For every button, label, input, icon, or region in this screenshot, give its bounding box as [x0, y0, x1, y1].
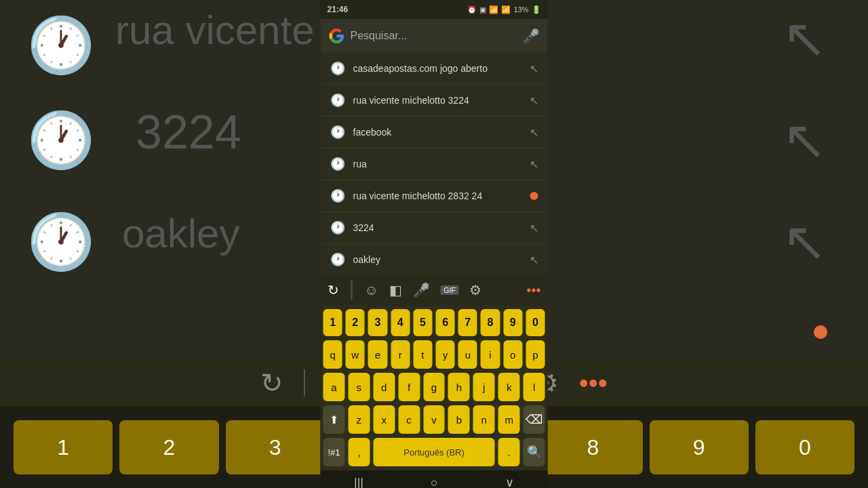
- suggestion-item-6[interactable]: 🕐 3224 ↖: [321, 212, 548, 244]
- key-r[interactable]: r: [391, 340, 410, 369]
- bg-icon-refresh: ↻: [260, 367, 283, 399]
- key-7[interactable]: 7: [458, 309, 477, 336]
- kb-icon-refresh[interactable]: ↻: [328, 282, 339, 298]
- orange-dot-indicator: [530, 192, 538, 200]
- key-o[interactable]: o: [503, 340, 522, 369]
- kb-icon-sticker[interactable]: ◧: [389, 282, 402, 298]
- bg-arrow-1: ↖: [782, 7, 827, 70]
- kb-icon-more[interactable]: •••: [526, 283, 540, 298]
- key-m[interactable]: m: [498, 405, 520, 434]
- bg-clock-2: 🕐: [27, 108, 95, 172]
- bg-key-2: 2: [119, 420, 218, 474]
- key-search[interactable]: 🔍: [524, 438, 545, 466]
- key-shift[interactable]: ⬆: [323, 405, 345, 434]
- status-bar: 21:46 ⏰ ▣ 📶 📶 13% 🔋: [321, 0, 548, 19]
- suggestion-item-5[interactable]: 🕐 rua vicente michelotto 2832 24: [321, 180, 548, 212]
- suggestion-item-1[interactable]: 🕐 casadeapostas.com jogo aberto ↖: [321, 53, 548, 85]
- google-logo: [329, 28, 345, 44]
- key-1[interactable]: 1: [323, 309, 342, 336]
- key-j[interactable]: j: [473, 373, 495, 401]
- arrow-icon-7: ↖: [530, 253, 538, 266]
- key-special[interactable]: !#1: [323, 438, 345, 466]
- suggestion-text-2: rua vicente michelotto 3224: [353, 95, 521, 106]
- suggestion-text-3: facebook: [353, 127, 521, 138]
- key-e[interactable]: e: [368, 340, 387, 369]
- keyboard: 1 2 3 4 5 6 7 8 9 0 q w e r t y u i o p …: [321, 305, 548, 470]
- nav-back-icon[interactable]: |||: [354, 476, 363, 489]
- key-s[interactable]: s: [348, 373, 370, 401]
- bg-key-0: 0: [755, 420, 854, 474]
- key-comma[interactable]: ,: [349, 438, 370, 466]
- key-2[interactable]: 2: [346, 309, 365, 336]
- key-t[interactable]: t: [413, 340, 432, 369]
- key-4[interactable]: 4: [391, 309, 410, 336]
- suggestion-item-7[interactable]: 🕐 oakley ↖: [321, 244, 548, 275]
- history-icon-6: 🕐: [330, 220, 345, 235]
- arrow-icon-6: ↖: [530, 222, 538, 235]
- key-z[interactable]: z: [348, 405, 370, 434]
- history-icon-3: 🕐: [330, 125, 345, 140]
- keyboard-toolbar: ↻ ☺ ◧ 🎤 GIF ⚙ •••: [321, 275, 548, 305]
- bg-arrow-3: ↖: [782, 210, 827, 273]
- key-space[interactable]: Português (BR): [374, 438, 495, 466]
- key-5[interactable]: 5: [413, 309, 432, 336]
- key-h[interactable]: h: [448, 373, 470, 401]
- wifi-icon: 📶: [489, 5, 498, 14]
- suggestion-text-1: casadeapostas.com jogo aberto: [353, 63, 521, 74]
- key-d[interactable]: d: [373, 373, 395, 401]
- battery-text: 13%: [513, 5, 528, 14]
- bg-key-3: 3: [226, 420, 325, 474]
- key-backspace[interactable]: ⌫: [524, 405, 545, 434]
- key-c[interactable]: c: [398, 405, 420, 434]
- nav-recent-icon[interactable]: ∨: [505, 475, 514, 488]
- nav-home-icon[interactable]: ○: [431, 476, 438, 489]
- key-p[interactable]: p: [526, 340, 545, 369]
- suggestion-text-6: 3224: [353, 222, 521, 233]
- key-v[interactable]: v: [423, 405, 445, 434]
- key-b[interactable]: b: [448, 405, 470, 434]
- kb-icon-mic[interactable]: 🎤: [413, 282, 430, 298]
- key-g[interactable]: g: [423, 373, 445, 401]
- suggestion-item-2[interactable]: 🕐 rua vicente michelotto 3224 ↖: [321, 85, 548, 117]
- history-icon-4: 🕐: [330, 157, 345, 171]
- search-bar[interactable]: Pesquisar... 🎤: [321, 19, 548, 53]
- key-3[interactable]: 3: [368, 309, 387, 336]
- phone-frame: 21:46 ⏰ ▣ 📶 📶 13% 🔋 Pesquisar... 🎤 🕐 cas…: [321, 0, 548, 488]
- arrow-icon-3: ↖: [530, 126, 538, 139]
- key-f[interactable]: f: [398, 373, 420, 401]
- kb-row-bottom: !#1 , Português (BR) . 🔍: [323, 438, 545, 466]
- key-u[interactable]: u: [458, 340, 477, 369]
- bg-divider: [304, 369, 305, 396]
- key-0[interactable]: 0: [526, 309, 545, 336]
- screen-record-icon: ▣: [479, 5, 486, 14]
- key-8[interactable]: 8: [481, 309, 500, 336]
- bg-text-3224: 3224: [136, 105, 241, 159]
- suggestions-list: 🕐 casadeapostas.com jogo aberto ↖ 🕐 rua …: [321, 53, 548, 275]
- search-placeholder[interactable]: Pesquisar...: [351, 30, 517, 42]
- key-x[interactable]: x: [373, 405, 395, 434]
- kb-row-qwerty: q w e r t y u i o p: [323, 340, 545, 369]
- suggestion-item-3[interactable]: 🕐 facebook ↖: [321, 117, 548, 148]
- key-a[interactable]: a: [323, 373, 345, 401]
- kb-icon-gif[interactable]: GIF: [441, 285, 458, 295]
- key-n[interactable]: n: [473, 405, 495, 434]
- key-w[interactable]: w: [346, 340, 365, 369]
- key-6[interactable]: 6: [436, 309, 455, 336]
- status-icons: ⏰ ▣ 📶 📶 13% 🔋: [467, 5, 540, 14]
- battery-icon: 🔋: [532, 5, 541, 14]
- kb-icon-emoji[interactable]: ☺: [365, 283, 378, 298]
- kb-row-zxcv: ⬆ z x c v b n m ⌫: [323, 405, 545, 434]
- key-9[interactable]: 9: [503, 309, 522, 336]
- key-period[interactable]: .: [498, 438, 520, 466]
- key-q[interactable]: q: [323, 340, 342, 369]
- bg-key-9: 9: [650, 420, 749, 474]
- key-k[interactable]: k: [498, 373, 520, 401]
- key-l[interactable]: l: [524, 373, 545, 401]
- key-i[interactable]: i: [481, 340, 500, 369]
- key-y[interactable]: y: [436, 340, 455, 369]
- bg-orange-dot: [814, 325, 827, 339]
- suggestion-item-4[interactable]: 🕐 rua ↖: [321, 148, 548, 180]
- mic-icon[interactable]: 🎤: [523, 28, 540, 44]
- arrow-icon-2: ↖: [530, 94, 538, 107]
- kb-icon-gear[interactable]: ⚙: [469, 282, 481, 298]
